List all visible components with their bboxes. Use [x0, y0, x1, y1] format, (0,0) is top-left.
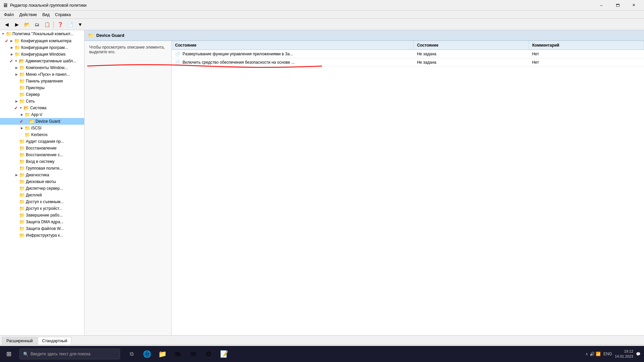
- mail-button[interactable]: ✉: [186, 346, 201, 362]
- tree-item-system[interactable]: ✓ ▼ 📂 Система: [0, 105, 84, 111]
- copy-button[interactable]: 📋: [42, 20, 52, 29]
- edge-button[interactable]: 🌐: [140, 346, 154, 362]
- tab-extended[interactable]: Расширенный: [2, 337, 37, 345]
- tree-item-admin-templates[interactable]: ✓ ▼ 📂 Административные шабл...: [0, 58, 84, 64]
- folder-gp: 📁: [19, 166, 25, 171]
- root-folder-icon: 📁: [5, 31, 11, 37]
- menu-view[interactable]: Вид: [40, 12, 52, 18]
- menu-file[interactable]: Файл: [1, 12, 17, 18]
- tree-item-display[interactable]: ▶ 📁 Дисплей: [0, 192, 84, 198]
- tree-item-audit[interactable]: ▶ 📁 Аудит создания пр...: [0, 138, 84, 145]
- window-title: Редактор локальной групповой политики: [10, 3, 594, 8]
- folder-audit: 📁: [19, 139, 25, 144]
- label-printers: Принтеры: [26, 85, 45, 90]
- label-admin-templates: Административные шабл...: [25, 59, 76, 63]
- taskbar-right: ∧ 🔊 📶 ENG 19:12 14.01.2023 💬: [585, 349, 644, 359]
- tree-root[interactable]: ▼ 📁 Политика "Локальный компьют...: [0, 30, 84, 38]
- tree-item-shutdown[interactable]: ▶ 📁 Завершение рабо...: [0, 212, 84, 219]
- lang-indicator: ENG: [603, 352, 612, 356]
- settings-button[interactable]: ⚙: [201, 346, 216, 362]
- policy-name-text: Развертывание функции управления приложе…: [182, 52, 293, 56]
- help-button[interactable]: ❓: [55, 20, 65, 29]
- root-arrow: ▼: [1, 31, 5, 37]
- tree-item-appv[interactable]: ▶ 📁 App-V: [0, 111, 84, 118]
- filter-button[interactable]: ▼: [75, 20, 85, 29]
- tree-item-wf-protect[interactable]: ▶ 📁 Защита файлов W...: [0, 225, 84, 232]
- properties-button[interactable]: 📄: [65, 20, 75, 29]
- arrow-iscsi: ▶: [19, 125, 24, 131]
- show-hide-button[interactable]: 🗂: [32, 20, 42, 29]
- label-iscsi: iSCSI: [31, 126, 42, 130]
- tree-item-dma-protect[interactable]: ▶ 📁 Защита DMA ядра...: [0, 219, 84, 225]
- tree-item-kerberos[interactable]: ▶ 📁 Kerberos: [0, 131, 84, 138]
- tree-item-device-access[interactable]: ▶ 📁 Доступ к устройст...: [0, 205, 84, 212]
- tree-item-disk-quota[interactable]: ▶ 📁 Дисковые квоты: [0, 178, 84, 185]
- tree-item-windows-config[interactable]: ▶ 📁 Конфигурация Windows: [0, 51, 84, 58]
- store-button[interactable]: 🛍: [170, 346, 185, 362]
- folder-dg: 📁: [29, 119, 35, 124]
- explorer-button[interactable]: 📁: [155, 346, 170, 362]
- arrow-admin: ▼: [14, 58, 18, 64]
- tree-item-network[interactable]: ▶ 📁 Сеть: [0, 98, 84, 105]
- tree-item-restore[interactable]: ▶ 📁 Восстановление: [0, 145, 84, 152]
- start-button[interactable]: ⊞: [0, 346, 17, 362]
- folder-computer: 📁: [14, 38, 20, 44]
- table-header-row: Состояние Состояние Комментарий: [172, 41, 644, 50]
- tab-standard[interactable]: Стандартный: [38, 337, 72, 345]
- tree-item-group-policy[interactable]: ▶ 📁 Групповая полити...: [0, 165, 84, 172]
- policy-comment-cell: Нет: [529, 58, 644, 67]
- folder-rem: 📁: [19, 199, 25, 204]
- tree-item-windows-comp[interactable]: ▶ 📁 Компоненты Window...: [0, 64, 84, 71]
- label-control-panel: Панель управления: [26, 79, 63, 83]
- folder-printers: 📁: [19, 85, 25, 90]
- label-restore2: Восстановление с...: [26, 153, 63, 157]
- table-row[interactable]: 📄 Включить средство обеспечения безопасн…: [172, 58, 644, 67]
- forward-button[interactable]: ▶: [12, 20, 21, 29]
- policies-table: Состояние Состояние Комментарий 📄 Развер…: [172, 41, 644, 67]
- label-infra: Инфраструктура к...: [26, 233, 63, 238]
- close-button[interactable]: ✕: [626, 0, 641, 11]
- label-removable: Доступ к съемным...: [26, 199, 64, 204]
- folder-prog: 📁: [14, 45, 20, 50]
- toolbar: ◀ ▶ 📂 🗂 📋 ❓ 📄 ▼: [0, 19, 644, 30]
- check-icon-admin: ✓: [9, 59, 13, 64]
- tree-item-login[interactable]: ▶ 📁 Вход в систему: [0, 158, 84, 165]
- notification-icon[interactable]: 💬: [636, 352, 641, 356]
- up-button[interactable]: 📂: [22, 20, 32, 29]
- tree-item-restore2[interactable]: ▶ 📁 Восстановление с...: [0, 152, 84, 158]
- tree-item-deviceguard[interactable]: ✓ ▶ 📁 Device Guard: [0, 118, 84, 125]
- tree-item-diagnostics[interactable]: ▶ 📁 Диагностика: [0, 172, 84, 178]
- notepad-button[interactable]: 📝: [217, 346, 231, 362]
- minimize-button[interactable]: ─: [594, 0, 609, 11]
- tree-item-control-panel[interactable]: ▶ 📁 Панель управления: [0, 78, 84, 84]
- tree-item-printers[interactable]: ▶ 📁 Принтеры: [0, 84, 84, 91]
- menu-action[interactable]: Действие: [17, 12, 40, 18]
- tree-item-server-mgr[interactable]: ▶ 📁 Диспетчер сервер...: [0, 185, 84, 192]
- tree-item-iscsi[interactable]: ▶ 📁 iSCSI: [0, 125, 84, 131]
- tree-item-server[interactable]: ▶ 📁 Сервер: [0, 91, 84, 98]
- folder-sm: 📁: [19, 186, 25, 191]
- label-disk-quota: Дисковые квоты: [26, 179, 56, 184]
- taskbar-search-text: Введите здесь текст для поиска: [31, 352, 90, 356]
- task-view-button[interactable]: ⧉: [124, 346, 139, 362]
- back-button[interactable]: ◀: [2, 20, 11, 29]
- tree-item-computer-config[interactable]: ✓ ▶ 📁 Конфигурация компьютера: [0, 38, 84, 44]
- menu-help[interactable]: Справка: [52, 12, 73, 18]
- label-appv: App-V: [31, 112, 42, 117]
- tabs-bar: Расширенный Стандартный: [0, 335, 644, 345]
- folder-cp: 📁: [19, 78, 25, 84]
- tree-item-removable[interactable]: ▶ 📁 Доступ к съемным...: [0, 198, 84, 205]
- taskbar-search[interactable]: 🔍 Введите здесь текст для поиска: [19, 349, 120, 359]
- tree-item-start-menu[interactable]: ▶ 📁 Меню «Пуск» и панел...: [0, 71, 84, 78]
- label-display: Дисплей: [26, 193, 42, 197]
- tree-item-infra[interactable]: ▶ 📁 Инфраструктура к...: [0, 232, 84, 239]
- folder-restore: 📁: [19, 145, 25, 151]
- tree-item-prog-config[interactable]: ▶ 📁 Конфигурация програм...: [0, 44, 84, 51]
- table-row[interactable]: 📄 Развертывание функции управления прило…: [172, 50, 644, 58]
- description-text: Чтобы просмотреть описание элемента, выд…: [89, 45, 165, 54]
- tree-panel[interactable]: ▼ 📁 Политика "Локальный компьют... ✓ ▶ 📁…: [0, 30, 85, 335]
- maximize-button[interactable]: 🗖: [610, 0, 625, 11]
- label-wf-protect: Защита файлов W...: [26, 226, 64, 231]
- policy-state-cell: Не задана: [414, 50, 529, 58]
- label-prog-config: Конфигурация програм...: [21, 45, 68, 50]
